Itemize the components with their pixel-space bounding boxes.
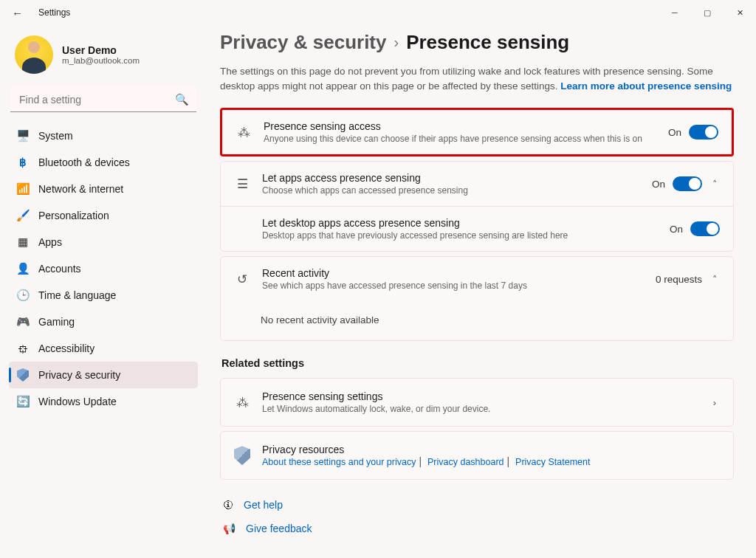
sidebar-item-label: Accounts [38, 263, 81, 275]
bluetooth-icon: ฿ [16, 156, 30, 169]
accessibility-icon: ⯐ [16, 342, 30, 355]
learn-more-link[interactable]: Learn more about presence sensing [560, 80, 732, 92]
give-feedback-link[interactable]: Give feedback [246, 523, 312, 534]
sidebar-item-label: Time & language [38, 289, 116, 301]
sidebar-item-personalization[interactable]: 🖌️Personalization [9, 202, 198, 229]
presence-access-state: On [668, 127, 681, 138]
close-button[interactable]: ✕ [724, 0, 756, 25]
history-icon: ↺ [234, 272, 250, 287]
sidebar-item-label: Apps [38, 236, 62, 248]
sidebar-item-label: Windows Update [38, 396, 117, 407]
sidebar-item-system[interactable]: 🖥️System [9, 123, 198, 149]
privacy-links: About these settings and your privacy| P… [262, 455, 720, 467]
breadcrumb-parent[interactable]: Privacy & security [220, 31, 386, 54]
sidebar-item-apps[interactable]: ▦Apps [9, 229, 198, 255]
time-icon: 🕒 [16, 289, 30, 302]
shield-icon [234, 446, 250, 465]
shield-icon [16, 368, 30, 382]
presence-access-desc: Anyone using this device can choose if t… [264, 134, 656, 144]
presence-icon: ⁂ [236, 125, 252, 140]
related-settings-heading: Related settings [221, 357, 734, 369]
presence-access-card: ⁂ Presence sensing access Anyone using t… [220, 108, 734, 156]
privacy-resources-card: Privacy resources About these settings a… [220, 431, 734, 480]
sidebar-item-accounts[interactable]: 👤Accounts [9, 255, 198, 282]
maximize-button[interactable]: ▢ [691, 0, 724, 25]
help-icon: 🛈 [223, 499, 233, 511]
presence-access-row[interactable]: ⁂ Presence sensing access Anyone using t… [222, 110, 732, 154]
search-box[interactable]: 🔍 [10, 87, 196, 112]
apps-access-toggle[interactable] [673, 176, 702, 191]
desktop-apps-desc: Desktop apps that have previously access… [262, 230, 658, 241]
presence-settings-desc: Let Windows automatically lock, wake, or… [262, 404, 698, 414]
sidebar-item-network-internet[interactable]: 📶Network & internet [9, 176, 198, 202]
chevron-up-icon[interactable]: ˄ [709, 179, 720, 190]
chevron-right-icon: › [709, 397, 720, 408]
chevron-up-icon[interactable]: ˄ [709, 274, 720, 285]
sidebar-item-label: System [38, 130, 73, 142]
sidebar-item-label: Network & internet [38, 183, 123, 195]
sidebar-item-gaming[interactable]: 🎮Gaming [9, 309, 198, 335]
user-profile[interactable]: User Demo m_lab@outlook.com [9, 31, 198, 87]
sidebar-item-windows-update[interactable]: 🔄Windows Update [9, 388, 198, 415]
search-input[interactable] [10, 87, 196, 112]
recent-activity-desc: See which apps have accessed presence se… [262, 280, 644, 291]
sidebar-item-label: Privacy & security [38, 369, 120, 381]
search-icon: 🔍 [175, 93, 189, 106]
user-email: m_lab@outlook.com [62, 56, 140, 65]
breadcrumb: Privacy & security › Presence sensing [220, 31, 734, 54]
presence-access-toggle[interactable] [689, 125, 718, 140]
recent-activity-title: Recent activity [262, 267, 644, 279]
presence-settings-title: Presence sensing settings [262, 390, 698, 402]
desktop-apps-state: On [670, 224, 683, 235]
presence-settings-icon: ⁂ [234, 395, 250, 410]
sidebar-item-label: Personalization [38, 210, 109, 221]
privacy-link-statement[interactable]: Privacy Statement [515, 457, 590, 467]
recent-activity-count: 0 requests [656, 274, 702, 285]
recent-activity-empty: No recent activity available [221, 301, 733, 340]
windows-icon: 🔄 [16, 395, 30, 408]
accounts-icon: 👤 [16, 262, 30, 275]
sidebar-item-bluetooth-devices[interactable]: ฿Bluetooth & devices [9, 149, 198, 176]
window-controls: ─ ▢ ✕ [659, 0, 756, 25]
apps-access-row[interactable]: ☰ Let apps access presence sensing Choos… [221, 162, 733, 206]
sidebar-item-label: Bluetooth & devices [38, 156, 130, 168]
desktop-apps-toggle[interactable] [690, 221, 720, 236]
recent-activity-row[interactable]: ↺ Recent activity See which apps have ac… [221, 257, 733, 301]
recent-activity-card: ↺ Recent activity See which apps have ac… [220, 256, 734, 341]
sidebar-item-label: Gaming [38, 316, 75, 328]
desktop-apps-title: Let desktop apps access presence sensing [262, 217, 658, 229]
privacy-link-about[interactable]: About these settings and your privacy [262, 457, 416, 467]
chevron-right-icon: › [394, 34, 399, 51]
list-icon: ☰ [234, 176, 250, 192]
give-feedback-row[interactable]: 📢 Give feedback [220, 517, 734, 540]
sidebar-item-privacy-security[interactable]: Privacy & security [9, 362, 198, 388]
network-icon: 📶 [16, 182, 30, 196]
presence-settings-card[interactable]: ⁂ Presence sensing settings Let Windows … [220, 378, 734, 427]
apps-access-card: ☰ Let apps access presence sensing Choos… [220, 161, 734, 252]
system-icon: 🖥️ [16, 129, 30, 142]
apps-access-desc: Choose which apps can accessed presence … [262, 185, 640, 196]
personalization-icon: 🖌️ [16, 209, 30, 222]
feedback-icon: 📢 [223, 523, 236, 534]
sidebar-item-time-language[interactable]: 🕒Time & language [9, 282, 198, 309]
desktop-apps-row[interactable]: Let desktop apps access presence sensing… [221, 206, 733, 251]
back-button[interactable]: ← [12, 7, 28, 19]
sidebar: User Demo m_lab@outlook.com 🔍 🖥️System฿B… [0, 25, 207, 558]
nav-list: 🖥️System฿Bluetooth & devices📶Network & i… [9, 123, 198, 415]
privacy-link-dashboard[interactable]: Privacy dashboard [427, 457, 504, 467]
get-help-row[interactable]: 🛈 Get help [220, 493, 734, 517]
presence-access-title: Presence sensing access [264, 120, 656, 132]
main-content: Privacy & security › Presence sensing Th… [207, 25, 756, 558]
window-title: Settings [28, 7, 70, 18]
user-name: User Demo [62, 44, 140, 56]
sidebar-item-accessibility[interactable]: ⯐Accessibility [9, 335, 198, 362]
apps-access-state: On [652, 179, 665, 190]
titlebar: ← Settings ─ ▢ ✕ [0, 0, 756, 25]
privacy-resources-title: Privacy resources [262, 444, 720, 455]
avatar [15, 35, 53, 74]
gaming-icon: 🎮 [16, 315, 30, 328]
get-help-link[interactable]: Get help [244, 499, 283, 511]
page-title: Presence sensing [406, 31, 569, 54]
page-description: The settings on this page do not prevent… [220, 64, 734, 93]
minimize-button[interactable]: ─ [659, 0, 691, 25]
